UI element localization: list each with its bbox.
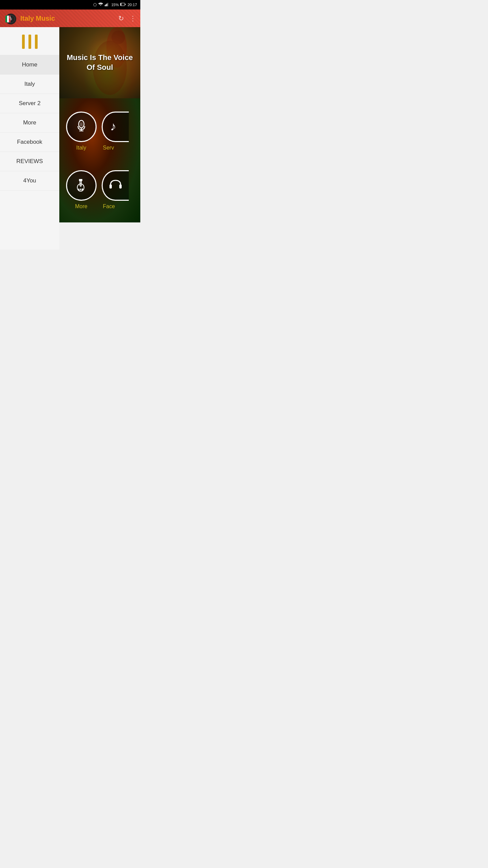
more-icon-circle <box>66 170 97 201</box>
more-label: More <box>75 203 87 210</box>
svg-rect-1 <box>106 4 106 6</box>
svg-point-19 <box>79 120 84 128</box>
main-layout: Home Italy Server 2 More Facebook REVIEW… <box>0 27 140 250</box>
svg-rect-0 <box>105 5 105 6</box>
menu-bar-3 <box>35 35 38 49</box>
svg-rect-6 <box>125 4 126 5</box>
grid-item-server[interactable]: ♪ Serv <box>102 103 136 159</box>
italy-label: Italy <box>76 145 86 151</box>
svg-point-18 <box>111 31 125 44</box>
svg-rect-30 <box>78 189 80 190</box>
sidebar-item-reviews[interactable]: REVIEWS <box>0 152 59 171</box>
svg-rect-5 <box>121 3 121 6</box>
svg-rect-35 <box>109 184 112 189</box>
svg-rect-2 <box>107 3 107 6</box>
svg-point-26 <box>77 184 84 191</box>
sidebar-item-italy[interactable]: Italy <box>0 75 59 94</box>
svg-rect-3 <box>108 3 108 6</box>
wifi-icon <box>98 2 103 7</box>
time-display: 20:17 <box>127 3 137 7</box>
sidebar-item-4you[interactable]: 4You <box>0 171 59 191</box>
menu-bar-1 <box>22 35 25 49</box>
italy-icon-circle <box>66 112 97 142</box>
app-title: Italy Music <box>20 15 118 22</box>
content-area: Music Is The Voice Of Soul <box>59 27 140 250</box>
sidebar-item-more[interactable]: More <box>0 113 59 133</box>
server-label: Serv <box>102 145 114 151</box>
sidebar-item-facebook[interactable]: Facebook <box>0 133 59 152</box>
app-bar: ♪ ♟ Italy Music ↻ ⋮ <box>0 9 140 27</box>
refresh-icon[interactable]: ↻ <box>118 14 124 22</box>
svg-text:♪: ♪ <box>110 119 116 133</box>
sidebar: Home Italy Server 2 More Facebook REVIEW… <box>0 27 59 250</box>
server-icon-circle: ♪ <box>102 112 129 142</box>
battery-percent: 15% <box>111 3 119 7</box>
hero-banner: Music Is The Voice Of Soul <box>59 27 140 98</box>
svg-text:♟: ♟ <box>9 16 12 19</box>
sidebar-menu-icon <box>21 27 39 55</box>
svg-rect-32 <box>82 189 83 190</box>
app-bar-actions: ↻ ⋮ <box>118 14 136 22</box>
status-icons: ⬠ 15% 20:17 <box>93 2 137 7</box>
sidebar-item-home[interactable]: Home <box>0 55 59 75</box>
signal-icon <box>105 2 109 7</box>
facebook-icon-circle <box>102 170 129 201</box>
sidebar-nav: Home Italy Server 2 More Facebook REVIEW… <box>0 55 59 250</box>
svg-rect-28 <box>79 179 82 181</box>
grid-section: Italy ♪ Serv <box>59 98 140 222</box>
menu-bar-2 <box>28 35 31 49</box>
svg-rect-33 <box>79 189 80 190</box>
app-logo: ♪ ♟ <box>4 12 18 25</box>
svg-rect-31 <box>80 189 81 190</box>
facebook-label: Face <box>102 203 115 210</box>
svg-rect-11 <box>5 16 7 22</box>
status-bar: ⬠ 15% 20:17 <box>0 0 140 9</box>
svg-rect-36 <box>119 184 122 189</box>
grid-item-facebook[interactable]: Face <box>102 162 136 217</box>
grid-item-italy[interactable]: Italy <box>64 103 98 159</box>
grid-item-more[interactable]: More <box>64 162 98 217</box>
hero-text: Music Is The Voice Of Soul <box>59 53 140 72</box>
overflow-menu-icon[interactable]: ⋮ <box>129 14 136 22</box>
bluetooth-icon: ⬠ <box>93 2 97 7</box>
svg-rect-34 <box>81 189 81 190</box>
battery-icon <box>120 2 126 7</box>
svg-rect-27 <box>80 180 81 186</box>
sidebar-item-server2[interactable]: Server 2 <box>0 94 59 113</box>
